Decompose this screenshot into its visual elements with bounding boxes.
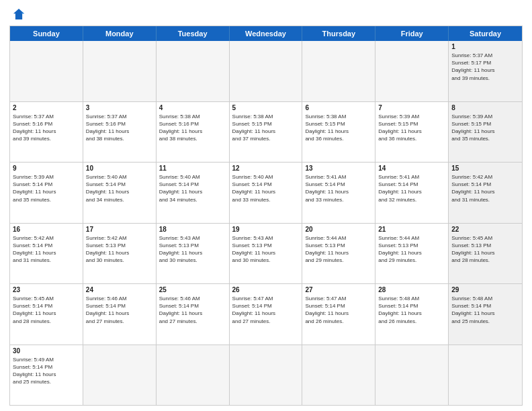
- cal-cell-19: 19Sunrise: 5:43 AM Sunset: 5:13 PM Dayli…: [230, 224, 303, 284]
- cal-cell-6: 6Sunrise: 5:38 AM Sunset: 5:15 PM Daylig…: [302, 102, 375, 163]
- header-day-thursday: Thursday: [302, 26, 375, 41]
- cal-cell-17: 17Sunrise: 5:42 AM Sunset: 5:13 PM Dayli…: [83, 224, 157, 284]
- cal-cell-30: 30Sunrise: 5:49 AM Sunset: 5:14 PM Dayli…: [10, 345, 83, 406]
- cal-cell-empty-5-5: [375, 345, 449, 406]
- cal-cell-18: 18Sunrise: 5:43 AM Sunset: 5:13 PM Dayli…: [157, 224, 230, 284]
- cal-cell-empty-5-6: [449, 345, 522, 406]
- calendar-row-5: 30Sunrise: 5:49 AM Sunset: 5:14 PM Dayli…: [10, 345, 522, 406]
- cell-info: Sunrise: 5:39 AM Sunset: 5:15 PM Dayligh…: [378, 113, 445, 143]
- day-number: 25: [159, 286, 226, 293]
- cal-cell-11: 11Sunrise: 5:40 AM Sunset: 5:14 PM Dayli…: [157, 163, 230, 223]
- cell-info: Sunrise: 5:43 AM Sunset: 5:13 PM Dayligh…: [232, 234, 300, 265]
- calendar-body: 1Sunrise: 5:37 AM Sunset: 5:17 PM Daylig…: [10, 41, 522, 405]
- day-number: 12: [232, 165, 300, 172]
- cell-info: Sunrise: 5:38 AM Sunset: 5:15 PM Dayligh…: [232, 113, 300, 143]
- calendar: SundayMondayTuesdayWednesdayThursdayFrid…: [9, 26, 523, 406]
- cell-info: Sunrise: 5:44 AM Sunset: 5:13 PM Dayligh…: [378, 234, 445, 265]
- cell-info: Sunrise: 5:43 AM Sunset: 5:13 PM Dayligh…: [159, 234, 226, 265]
- header-day-friday: Friday: [375, 26, 449, 41]
- logo-text: [9, 7, 26, 21]
- cell-info: Sunrise: 5:40 AM Sunset: 5:14 PM Dayligh…: [232, 173, 300, 203]
- cell-info: Sunrise: 5:40 AM Sunset: 5:14 PM Dayligh…: [86, 173, 153, 203]
- cal-cell-29: 29Sunrise: 5:48 AM Sunset: 5:14 PM Dayli…: [449, 284, 522, 345]
- cal-cell-1: 1Sunrise: 5:37 AM Sunset: 5:17 PM Daylig…: [449, 41, 522, 101]
- calendar-header: SundayMondayTuesdayWednesdayThursdayFrid…: [10, 26, 522, 41]
- cal-cell-22: 22Sunrise: 5:45 AM Sunset: 5:13 PM Dayli…: [449, 224, 522, 284]
- cal-cell-2: 2Sunrise: 5:37 AM Sunset: 5:16 PM Daylig…: [10, 102, 83, 163]
- cal-cell-8: 8Sunrise: 5:39 AM Sunset: 5:15 PM Daylig…: [449, 102, 522, 163]
- header-day-wednesday: Wednesday: [230, 26, 303, 41]
- cal-cell-14: 14Sunrise: 5:41 AM Sunset: 5:14 PM Dayli…: [375, 163, 449, 223]
- cal-cell-empty-0-5: [375, 41, 449, 101]
- day-number: 18: [159, 226, 226, 233]
- cell-info: Sunrise: 5:45 AM Sunset: 5:13 PM Dayligh…: [451, 234, 519, 265]
- header-day-tuesday: Tuesday: [157, 26, 230, 41]
- header-day-sunday: Sunday: [10, 26, 83, 41]
- cell-info: Sunrise: 5:48 AM Sunset: 5:14 PM Dayligh…: [451, 295, 519, 325]
- day-number: 23: [13, 286, 80, 293]
- day-number: 27: [305, 286, 372, 293]
- day-number: 8: [451, 104, 519, 111]
- cell-info: Sunrise: 5:41 AM Sunset: 5:14 PM Dayligh…: [378, 173, 445, 203]
- cal-cell-empty-0-1: [83, 41, 157, 101]
- day-number: 19: [232, 226, 300, 233]
- cal-cell-empty-0-0: [10, 41, 83, 101]
- cell-info: Sunrise: 5:47 AM Sunset: 5:14 PM Dayligh…: [305, 295, 372, 325]
- day-number: 21: [378, 226, 445, 233]
- logo-icon: [11, 7, 26, 21]
- day-number: 2: [13, 104, 80, 111]
- header-day-monday: Monday: [83, 26, 157, 41]
- cal-cell-5: 5Sunrise: 5:38 AM Sunset: 5:15 PM Daylig…: [230, 102, 303, 163]
- cell-info: Sunrise: 5:42 AM Sunset: 5:13 PM Dayligh…: [86, 234, 153, 265]
- cal-cell-10: 10Sunrise: 5:40 AM Sunset: 5:14 PM Dayli…: [83, 163, 157, 223]
- cal-cell-16: 16Sunrise: 5:42 AM Sunset: 5:14 PM Dayli…: [10, 224, 83, 284]
- cal-cell-empty-5-3: [230, 345, 303, 406]
- cal-cell-12: 12Sunrise: 5:40 AM Sunset: 5:14 PM Dayli…: [230, 163, 303, 223]
- cal-cell-empty-0-2: [157, 41, 230, 101]
- cal-cell-15: 15Sunrise: 5:42 AM Sunset: 5:14 PM Dayli…: [449, 163, 522, 223]
- cal-cell-empty-0-3: [230, 41, 303, 101]
- day-number: 13: [305, 165, 372, 172]
- day-number: 3: [86, 104, 153, 111]
- day-number: 14: [378, 165, 445, 172]
- cal-cell-empty-0-4: [302, 41, 375, 101]
- cell-info: Sunrise: 5:41 AM Sunset: 5:14 PM Dayligh…: [305, 173, 372, 203]
- cal-cell-26: 26Sunrise: 5:47 AM Sunset: 5:14 PM Dayli…: [230, 284, 303, 345]
- calendar-row-4: 23Sunrise: 5:45 AM Sunset: 5:14 PM Dayli…: [10, 283, 522, 345]
- day-number: 16: [13, 226, 80, 233]
- day-number: 20: [305, 226, 372, 233]
- day-number: 7: [378, 104, 445, 111]
- cell-info: Sunrise: 5:46 AM Sunset: 5:14 PM Dayligh…: [86, 295, 153, 325]
- day-number: 11: [159, 165, 226, 172]
- day-number: 5: [232, 104, 300, 111]
- cell-info: Sunrise: 5:47 AM Sunset: 5:14 PM Dayligh…: [232, 295, 300, 325]
- cell-info: Sunrise: 5:49 AM Sunset: 5:14 PM Dayligh…: [13, 356, 80, 386]
- svg-marker-0: [13, 9, 24, 19]
- cell-info: Sunrise: 5:37 AM Sunset: 5:17 PM Dayligh…: [451, 52, 519, 82]
- cal-cell-3: 3Sunrise: 5:37 AM Sunset: 5:16 PM Daylig…: [83, 102, 157, 163]
- cell-info: Sunrise: 5:38 AM Sunset: 5:16 PM Dayligh…: [159, 113, 226, 143]
- calendar-row-1: 2Sunrise: 5:37 AM Sunset: 5:16 PM Daylig…: [10, 101, 522, 163]
- calendar-row-3: 16Sunrise: 5:42 AM Sunset: 5:14 PM Dayli…: [10, 223, 522, 284]
- cal-cell-7: 7Sunrise: 5:39 AM Sunset: 5:15 PM Daylig…: [375, 102, 449, 163]
- header: [9, 7, 523, 21]
- day-number: 28: [378, 286, 445, 293]
- day-number: 15: [451, 165, 519, 172]
- cell-info: Sunrise: 5:44 AM Sunset: 5:13 PM Dayligh…: [305, 234, 372, 265]
- calendar-row-0: 1Sunrise: 5:37 AM Sunset: 5:17 PM Daylig…: [10, 41, 522, 101]
- cal-cell-24: 24Sunrise: 5:46 AM Sunset: 5:14 PM Dayli…: [83, 284, 157, 345]
- day-number: 30: [13, 347, 80, 355]
- day-number: 17: [86, 226, 153, 233]
- cell-info: Sunrise: 5:39 AM Sunset: 5:14 PM Dayligh…: [13, 173, 80, 203]
- cal-cell-13: 13Sunrise: 5:41 AM Sunset: 5:14 PM Dayli…: [302, 163, 375, 223]
- logo: [9, 7, 26, 21]
- cal-cell-21: 21Sunrise: 5:44 AM Sunset: 5:13 PM Dayli…: [375, 224, 449, 284]
- day-number: 22: [451, 226, 519, 233]
- day-number: 1: [451, 43, 519, 50]
- cell-info: Sunrise: 5:39 AM Sunset: 5:15 PM Dayligh…: [451, 113, 519, 143]
- cal-cell-28: 28Sunrise: 5:48 AM Sunset: 5:14 PM Dayli…: [375, 284, 449, 345]
- header-day-saturday: Saturday: [449, 26, 522, 41]
- cell-info: Sunrise: 5:42 AM Sunset: 5:14 PM Dayligh…: [451, 173, 519, 203]
- calendar-row-2: 9Sunrise: 5:39 AM Sunset: 5:14 PM Daylig…: [10, 162, 522, 223]
- day-number: 6: [305, 104, 372, 111]
